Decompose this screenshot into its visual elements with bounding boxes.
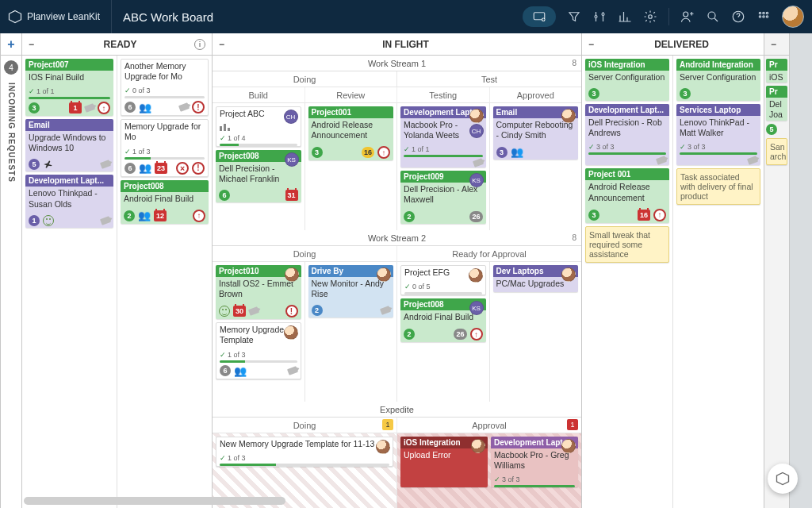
card[interactable]: Memory Upgrade for Mo ✓1 of 3 6👥23 [121,119,209,176]
card[interactable]: Email Computer Rebooting - Cindy Smith 3… [493,106,579,160]
card[interactable]: CH Development Lapt... Macbook Pro - Yol… [400,106,486,167]
card[interactable]: Memory Upgrade Template ✓1 of 3 6👥 [216,322,301,379]
swimlane-ws1-header[interactable]: Work Stream 18 [213,56,581,71]
collapse-icon[interactable]: − [771,39,776,50]
card[interactable]: Project 001 Android Release Announcement… [585,168,669,222]
card[interactable]: Development Lapt... Macbook Pro - Greg W… [491,437,578,487]
card[interactable]: Development Lapt... Lenovo Thinkpad - Su… [25,175,113,227]
assignee-avatar [561,439,576,453]
help-icon[interactable] [731,10,745,24]
svg-point-7 [708,12,715,19]
lane-inflight: − IN FLIGHT Work Stream 18 Doing Test Bu… [213,33,582,508]
card-title: Android Integration [676,59,760,71]
card-title: Development Lapt... [585,104,669,116]
tag-icon [100,216,111,225]
info-icon[interactable]: i [194,39,205,50]
card[interactable]: KS Project008 Dell Precision - Michael F… [216,150,301,202]
card[interactable]: iOS Integration Server Configuration 3 [585,59,669,101]
toolbar [523,6,804,28]
alert-icon [285,305,298,318]
levels-icon[interactable] [592,10,607,24]
brand-text: Planview LeanKit [27,11,100,22]
smiley-icon [43,215,54,226]
subheader-doing: Doing [213,246,397,262]
ws1-testing-col[interactable]: CH Development Lapt... Macbook Pro - Yol… [397,103,490,230]
card[interactable]: iOS Integration Upload Error [400,437,488,487]
expedite-approval-col[interactable]: iOS Integration Upload Error Development… [397,433,581,508]
filter-icon[interactable] [567,10,581,24]
collapse-icon[interactable]: − [29,39,40,50]
ready-col-1[interactable]: Project007 IOS Final Build ✓1 of 1 31 Em… [22,56,117,508]
card[interactable]: Project007 IOS Final Build ✓1 of 1 31 [25,59,113,116]
ready-col-2[interactable]: Another Memory Upgrade for Mo ✓0 of 3 6👥… [117,56,212,508]
lane-overflow[interactable]: − PriOS PrDelJoa 5 Sanarch [764,33,790,508]
subtask-icon [220,124,297,131]
card-body: Android Release Announcement [308,118,394,144]
card[interactable]: Project001 Android Release Announcement … [308,106,394,160]
present-button[interactable] [523,6,556,27]
card[interactable]: Services Laptop Lenovo ThinkPad - Matt W… [676,104,760,165]
card-body: Dell Precision - Rob Andrews [585,116,669,141]
card[interactable]: KS Project009 Dell Precision - Alex Maxw… [400,171,486,223]
card[interactable]: CH Project ABC ✓1 of 4 [216,106,301,147]
fab-button[interactable] [768,464,798,494]
tag-icon [656,156,667,166]
tag-icon [286,366,297,375]
card[interactable]: Project EFG ✓0 of 5 [400,265,486,295]
horizontal-scrollbar[interactable] [24,497,285,505]
add-user-icon[interactable] [680,10,695,24]
ws2-doing-col-1[interactable]: Project010 Install OS2 - Emmet Brown 30 … [213,262,305,402]
lane-header-inflight[interactable]: − IN FLIGHT [213,33,581,56]
delivered-col-1[interactable]: iOS Integration Server Configuration 3 D… [582,56,673,508]
ws1-build-col[interactable]: CH Project ABC ✓1 of 4 KS Project008 Del… [213,103,305,230]
people-icon: 👥 [511,146,523,158]
lane-delivered: − DELIVERED iOS Integration Server Confi… [582,33,764,508]
subheader-ready-for-approval: Ready for Approval [397,246,581,262]
priority-up-icon [470,328,483,341]
card[interactable]: New Memory Upgrade Template for 11-13 ✓1… [216,437,393,467]
user-avatar[interactable] [782,6,804,28]
swimlane-expedite-header[interactable]: Expedite [213,402,581,418]
swimlane-ws2-header[interactable]: Work Stream 28 [213,230,581,246]
priority-up-icon [193,210,205,222]
subheader-doing: Doing [213,71,397,87]
card-title: iOS Integration [585,59,669,71]
note-card[interactable]: Task associated with delivery of final p… [676,168,760,205]
collapse-icon[interactable]: − [588,39,599,50]
incoming-lane-collapsed[interactable]: + 4 INCOMING REQUESTS [0,33,22,508]
ws2-rfa-col-2[interactable]: Dev Laptops PC/Mac Upgrades [490,262,582,402]
card[interactable]: KS Project008 Android Final Build 226 [400,298,486,342]
card-title: Project007 [25,59,113,71]
ws1-approved-col[interactable]: Email Computer Rebooting - Cindy Smith 3… [490,103,582,230]
lane-header-ready[interactable]: − READY i [22,33,212,56]
assignee-avatar [377,267,391,282]
card[interactable]: Project008 Android Final Build 2👥12 [121,180,209,224]
card[interactable]: Dev Laptops PC/Mac Upgrades [493,265,579,292]
card[interactable]: Development Lapt... Dell Precision - Rob… [585,104,669,165]
delivered-col-2[interactable]: Android Integration Server Configuration… [673,56,764,508]
assignee-avatar [376,440,390,454]
card[interactable]: Android Integration Server Configuration… [676,59,760,101]
card-body: IOS Final Build [25,71,113,86]
add-card-button[interactable]: + [1,33,21,56]
card[interactable]: Another Memory Upgrade for Mo ✓0 of 3 6👥 [121,59,209,116]
card[interactable]: Email Upgrade Windows to Windows 10 5 [25,119,113,171]
card[interactable]: Drive By New Monitor - Andy Rise 2 [308,265,394,318]
search-icon[interactable] [706,10,720,24]
tag-icon [178,102,190,112]
priority-up-icon [98,102,110,114]
brand-logo[interactable]: Planview LeanKit [8,0,112,33]
smiley-icon [219,306,230,317]
ws2-doing-col-2[interactable]: Drive By New Monitor - Andy Rise 2 [305,262,398,402]
card-body: Server Configuration [585,71,669,86]
collapse-icon[interactable]: − [219,39,230,50]
lane-header-delivered[interactable]: − DELIVERED [582,33,764,56]
chart-icon[interactable] [618,10,632,24]
note-card[interactable]: Small tweak that required some assistanc… [585,226,669,263]
card[interactable]: Project010 Install OS2 - Emmet Brown 30 [216,265,301,319]
ws2-rfa-col-1[interactable]: Project EFG ✓0 of 5 KS Project008 Androi… [397,262,490,402]
ws1-review-col[interactable]: Project001 Android Release Announcement … [305,103,398,230]
apps-icon[interactable] [756,10,771,24]
gear-icon[interactable] [643,10,657,24]
subheader-review: Review [305,87,398,103]
